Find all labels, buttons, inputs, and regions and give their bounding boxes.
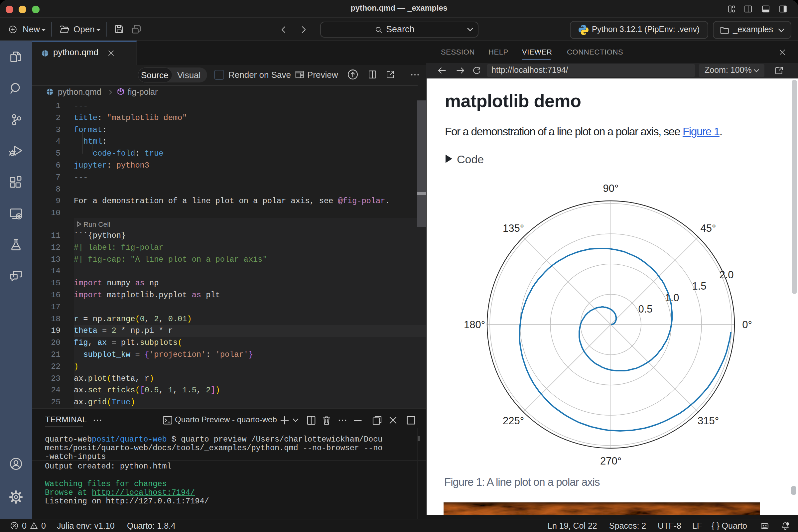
svg-text:90°: 90°	[603, 183, 619, 194]
svg-text:225°: 225°	[503, 415, 524, 426]
svg-text:135°: 135°	[503, 223, 524, 234]
svg-text:1.5: 1.5	[692, 280, 706, 292]
svg-text:0.5: 0.5	[638, 303, 652, 315]
svg-text:315°: 315°	[698, 415, 719, 426]
svg-text:45°: 45°	[701, 223, 716, 234]
svg-text:180°: 180°	[464, 319, 485, 330]
svg-text:0°: 0°	[742, 319, 752, 330]
svg-text:2.0: 2.0	[719, 269, 734, 281]
svg-text:270°: 270°	[600, 455, 622, 467]
svg-text:1.0: 1.0	[665, 292, 679, 304]
